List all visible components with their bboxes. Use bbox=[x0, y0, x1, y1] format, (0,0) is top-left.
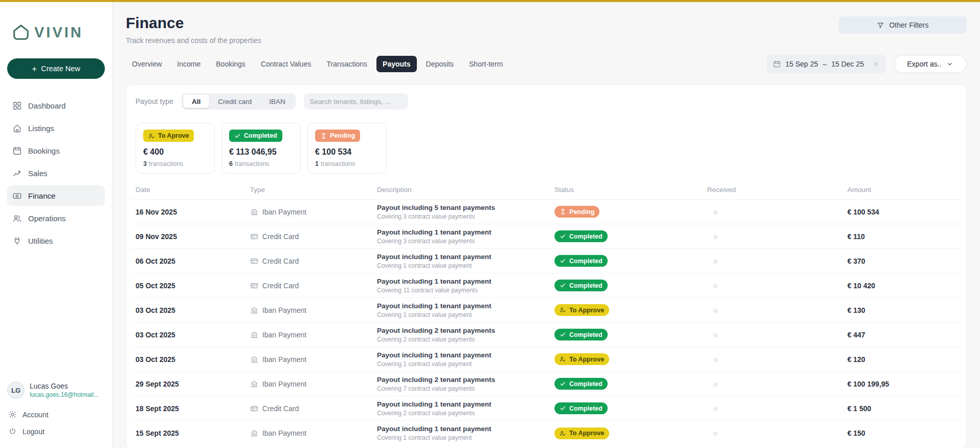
column-header-date: Date bbox=[131, 186, 246, 194]
table-row[interactable]: 09 Nov 2025Credit CardPayout including 1… bbox=[131, 224, 961, 249]
row-status: Completed bbox=[550, 280, 703, 291]
sidebar-item-operations[interactable]: Operations bbox=[7, 208, 105, 228]
row-status: To Approve bbox=[550, 428, 703, 439]
table-row[interactable]: 03 Oct 2025Iban PaymentPayout including … bbox=[131, 323, 961, 347]
row-received bbox=[703, 306, 843, 315]
tab-deposits[interactable]: Deposits bbox=[420, 56, 460, 72]
table-row[interactable]: 03 Oct 2025Iban PaymentPayout including … bbox=[131, 298, 961, 323]
row-type: Iban Payment bbox=[246, 331, 373, 339]
row-amount: € 100 534 bbox=[843, 208, 961, 216]
sidebar-item-finance[interactable]: Finance bbox=[7, 185, 105, 206]
vivin-house-icon bbox=[11, 23, 31, 42]
table-row[interactable]: 15 Sept 2025Iban PaymentPayout including… bbox=[131, 421, 961, 445]
other-filters-button[interactable]: Other Filters bbox=[839, 16, 967, 34]
row-type: Iban Payment bbox=[246, 208, 373, 216]
sidebar-item-listings[interactable]: Listings bbox=[7, 118, 105, 138]
status-badge-label: Completed bbox=[244, 132, 277, 139]
sidebar-item-utilities[interactable]: Utilities bbox=[7, 230, 105, 251]
bank-icon bbox=[250, 429, 258, 437]
row-description-main: Payout including 1 tenant payment bbox=[377, 351, 546, 359]
table-row[interactable]: 05 Oct 2025Credit CardPayout including 1… bbox=[131, 273, 961, 298]
status-badge-label: To Aprove bbox=[158, 132, 189, 139]
sidebar-item-label: Bookings bbox=[28, 146, 60, 155]
sidebar-item-sales[interactable]: Sales bbox=[7, 163, 105, 183]
table-row[interactable]: 16 Nov 2025Iban PaymentPayout including … bbox=[131, 200, 961, 224]
tab-overview[interactable]: Overview bbox=[126, 56, 168, 72]
row-description-main: Payout including 1 tenant payment bbox=[377, 302, 546, 310]
tab-payouts[interactable]: Payouts bbox=[376, 56, 416, 72]
row-type-label: Iban Payment bbox=[262, 331, 306, 339]
row-received bbox=[703, 404, 843, 413]
payouts-panel: Payout type AllCredit cardIBAN To Aprove… bbox=[126, 84, 967, 448]
segment-all[interactable]: All bbox=[183, 95, 209, 108]
tab-transactions[interactable]: Transactions bbox=[320, 56, 373, 72]
table-row[interactable]: 18 Sept 2025Credit CardPayout including … bbox=[131, 396, 961, 421]
row-received bbox=[703, 207, 843, 217]
status-pill: Completed bbox=[554, 378, 608, 390]
column-header-description: Description bbox=[373, 186, 550, 194]
row-type: Iban Payment bbox=[246, 380, 373, 388]
row-received bbox=[703, 429, 843, 438]
sidebar-item-bookings[interactable]: Bookings bbox=[7, 140, 105, 161]
page-header-text: Finance Track revenues and costs of the … bbox=[126, 14, 261, 45]
status-pill: Completed bbox=[554, 329, 608, 340]
tab-bookings[interactable]: Bookings bbox=[210, 56, 252, 72]
received-indicator bbox=[714, 210, 718, 215]
other-filters-label: Other Filters bbox=[889, 21, 928, 29]
row-date: 16 Nov 2025 bbox=[131, 208, 246, 216]
status-pill-label: Completed bbox=[569, 405, 603, 412]
card-transaction-count: 1 bbox=[315, 160, 319, 167]
card-transaction-count: 6 bbox=[229, 160, 233, 167]
row-date: 03 Oct 2025 bbox=[131, 331, 246, 339]
dashboard-icon bbox=[12, 101, 22, 111]
status-pill-label: To Approve bbox=[569, 430, 604, 437]
row-received bbox=[703, 281, 843, 290]
row-description-sub: Covering 1 contract value payment bbox=[377, 262, 546, 269]
create-new-button[interactable]: + Create New bbox=[7, 58, 105, 79]
row-date: 03 Oct 2025 bbox=[131, 306, 246, 314]
person-check-icon bbox=[560, 307, 566, 313]
segment-iban[interactable]: IBAN bbox=[260, 95, 294, 108]
utilities-icon bbox=[12, 236, 22, 246]
tabs-row: OverviewIncomeBookingsContract ValuesTra… bbox=[126, 55, 967, 73]
status-pill-label: Completed bbox=[569, 282, 603, 289]
table-row[interactable]: 06 Oct 2025Credit CardPayout including 1… bbox=[131, 249, 961, 273]
row-type: Credit Card bbox=[246, 257, 373, 265]
user-profile[interactable]: LG Lucas Goes lucas.goes.16@hotmail... bbox=[7, 381, 105, 399]
row-amount: € 120 bbox=[843, 355, 961, 364]
row-description: Payout including 1 tenant paymentCoverin… bbox=[373, 425, 550, 441]
table-row[interactable]: 29 Sept 2025Iban PaymentPayout including… bbox=[131, 372, 961, 396]
user-email: lucas.goes.16@hotmail... bbox=[30, 391, 99, 398]
row-description-sub: Covering 7 contract value payments bbox=[377, 385, 546, 392]
logo-text: VIVIN bbox=[34, 24, 83, 41]
check-icon bbox=[560, 405, 566, 412]
tab-contract-values[interactable]: Contract Values bbox=[255, 56, 318, 72]
row-description-main: Payout including 1 tenant payment bbox=[377, 228, 546, 236]
row-type: Credit Card bbox=[246, 232, 373, 241]
search-input[interactable] bbox=[304, 93, 408, 110]
payout-type-label: Payout type bbox=[136, 97, 173, 105]
table-row[interactable]: 03 Oct 2025Iban PaymentPayout including … bbox=[131, 347, 961, 372]
tab-short-term[interactable]: Short-term bbox=[463, 56, 509, 72]
date-range-picker[interactable]: 15 Sep 25 – 15 Dec 25 bbox=[767, 55, 886, 73]
sidebar-item-label: Dashboard bbox=[28, 101, 65, 110]
row-received bbox=[703, 355, 843, 364]
card-transactions: 1transactions bbox=[315, 160, 379, 167]
row-status: Completed bbox=[550, 329, 703, 340]
row-description-main: Payout including 1 tenant payment bbox=[377, 253, 546, 261]
export-as-button[interactable]: Export as.. bbox=[894, 55, 967, 73]
account-link[interactable]: Account bbox=[7, 406, 105, 423]
card-amount: € 113 046,95 bbox=[229, 147, 293, 157]
date-range-start: 15 Sep 25 bbox=[786, 60, 818, 68]
page-header: Finance Track revenues and costs of the … bbox=[126, 14, 967, 45]
credit-card-icon bbox=[250, 282, 258, 290]
clear-date-icon[interactable] bbox=[873, 60, 880, 68]
row-amount: € 1 500 bbox=[843, 404, 961, 413]
check-icon bbox=[560, 380, 566, 387]
bank-icon bbox=[250, 208, 258, 216]
tab-income[interactable]: Income bbox=[171, 56, 207, 72]
status-pill-label: Completed bbox=[569, 258, 603, 265]
segment-credit-card[interactable]: Credit card bbox=[209, 95, 260, 108]
sidebar-item-dashboard[interactable]: Dashboard bbox=[7, 95, 105, 116]
logout-link[interactable]: Logout bbox=[7, 423, 105, 440]
